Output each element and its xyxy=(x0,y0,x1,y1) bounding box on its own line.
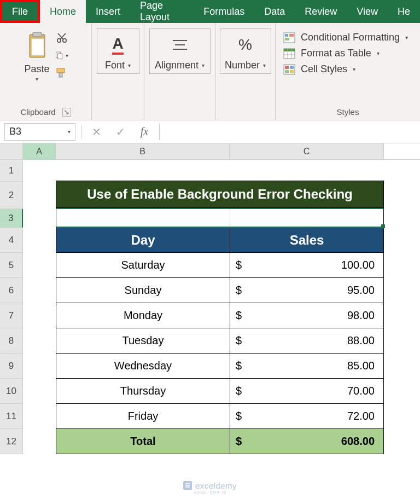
svg-rect-7 xyxy=(57,68,65,73)
row-headers: 1 2 3 4 5 6 7 8 9 10 11 12 xyxy=(0,160,23,454)
svg-rect-22 xyxy=(285,66,289,69)
tab-insert[interactable]: Insert xyxy=(86,0,130,23)
tab-home[interactable]: Home xyxy=(40,0,86,23)
fill-handle[interactable] xyxy=(381,224,385,228)
cancel-formula-button[interactable]: ✕ xyxy=(87,124,106,140)
chevron-down-icon: ▾ xyxy=(353,66,355,72)
paste-label: Paste xyxy=(24,63,49,75)
cond-format-icon xyxy=(283,32,295,43)
chevron-down-icon: ▾ xyxy=(202,62,205,68)
select-all-button[interactable] xyxy=(0,143,23,159)
group-alignment: Alignment▾ xyxy=(144,23,215,120)
dialog-launcher-icon[interactable]: ↘ xyxy=(62,108,71,117)
ribbon: Paste ▾ ▾ Clipboard ↘ A Font▾ xyxy=(0,23,420,120)
insert-function-button[interactable]: fx xyxy=(135,124,154,140)
spreadsheet-grid: A B C 1 2 3 4 5 6 7 8 9 10 11 12 Use of … xyxy=(0,143,420,454)
tab-data[interactable]: Data xyxy=(254,0,295,23)
format-as-table-button[interactable]: Format as Table ▾ xyxy=(283,48,412,59)
header-sales: Sales xyxy=(230,228,383,252)
table-row[interactable]: Sunday$95.00 xyxy=(56,278,384,303)
copy-button[interactable]: ▾ xyxy=(55,49,68,61)
tab-file[interactable]: File xyxy=(0,0,40,23)
selected-cell-b3[interactable] xyxy=(56,208,384,228)
svg-rect-24 xyxy=(285,70,289,73)
group-clipboard-label: Clipboard xyxy=(20,107,55,117)
group-clipboard: Paste ▾ ▾ Clipboard ↘ xyxy=(0,23,92,120)
group-number: % Number▾ xyxy=(215,23,276,120)
row-header[interactable]: 3 xyxy=(0,209,23,228)
chevron-down-icon: ▾ xyxy=(68,129,71,135)
svg-rect-23 xyxy=(290,66,294,69)
row-header[interactable]: 7 xyxy=(0,303,23,328)
tab-help-partial[interactable]: He xyxy=(388,0,420,23)
row-header[interactable]: 4 xyxy=(0,228,23,253)
svg-rect-2 xyxy=(32,39,44,55)
row-header[interactable]: 12 xyxy=(0,429,23,454)
chevron-down-icon: ▾ xyxy=(66,53,68,59)
table-total-row[interactable]: Total$608.00 xyxy=(56,429,384,454)
logo-icon xyxy=(183,481,192,491)
row-header[interactable]: 5 xyxy=(0,253,23,278)
cell-styles-icon xyxy=(283,64,295,75)
row-header[interactable]: 11 xyxy=(0,404,23,429)
tab-review[interactable]: Review xyxy=(295,0,347,23)
watermark: exceldemy EXCEL · DATA · BI xyxy=(0,481,420,494)
number-button[interactable]: % Number▾ xyxy=(220,28,271,74)
table-row[interactable]: Monday$98.00 xyxy=(56,303,384,328)
table-icon xyxy=(283,48,295,59)
row-header[interactable]: 9 xyxy=(0,354,23,379)
table-row[interactable]: Wednesday$85.00 xyxy=(56,354,384,379)
chevron-down-icon: ▾ xyxy=(263,62,266,68)
group-font: A Font▾ xyxy=(92,23,144,120)
percent-icon: % xyxy=(238,32,252,57)
chevron-down-icon: ▾ xyxy=(36,76,38,82)
svg-rect-14 xyxy=(289,34,294,37)
tab-formulas[interactable]: Formulas xyxy=(194,0,254,23)
row-header[interactable]: 10 xyxy=(0,379,23,404)
ribbon-tabs: File Home Insert Page Layout Formulas Da… xyxy=(0,0,420,23)
font-button[interactable]: A Font▾ xyxy=(97,28,139,74)
paste-button[interactable]: Paste ▾ xyxy=(23,28,50,82)
svg-rect-13 xyxy=(285,34,288,37)
table-title: Use of Enable Background Error Checking xyxy=(56,181,384,208)
col-header-a[interactable]: A xyxy=(23,143,56,159)
cell-styles-button[interactable]: Cell Styles ▾ xyxy=(283,63,412,75)
row-header[interactable]: 6 xyxy=(0,278,23,303)
row-header[interactable]: 1 xyxy=(0,160,23,182)
table-row[interactable]: Thursday$70.00 xyxy=(56,379,384,404)
alignment-icon xyxy=(172,32,188,57)
clipboard-icon xyxy=(25,28,50,62)
group-styles-label: Styles xyxy=(337,107,359,117)
svg-rect-25 xyxy=(290,70,294,73)
chevron-down-icon: ▾ xyxy=(377,50,380,56)
name-box[interactable]: B3 ▾ xyxy=(4,123,75,141)
group-styles: Conditional Formatting ▾ Format as Table… xyxy=(276,23,420,120)
formula-bar: B3 ▾ ✕ ✓ fx xyxy=(0,120,420,143)
table-row[interactable]: Saturday$100.00 xyxy=(56,253,384,278)
conditional-formatting-button[interactable]: Conditional Formatting ▾ xyxy=(283,32,412,43)
row-header[interactable]: 2 xyxy=(0,182,23,209)
font-icon: A xyxy=(112,32,123,57)
svg-rect-15 xyxy=(285,38,289,40)
col-header-c[interactable]: C xyxy=(230,143,384,159)
svg-rect-8 xyxy=(59,73,62,77)
format-painter-button[interactable] xyxy=(55,67,68,79)
cells-area[interactable]: Use of Enable Background Error Checking … xyxy=(23,160,420,454)
svg-rect-6 xyxy=(57,54,62,59)
chevron-down-icon: ▾ xyxy=(128,62,131,68)
svg-rect-1 xyxy=(33,32,42,37)
header-day: Day xyxy=(56,228,230,252)
tab-view[interactable]: View xyxy=(347,0,388,23)
col-header-b[interactable]: B xyxy=(56,143,230,159)
alignment-button[interactable]: Alignment▾ xyxy=(149,28,211,74)
table-row[interactable]: Friday$72.00 xyxy=(56,404,384,429)
table-row[interactable]: Tuesday$88.00 xyxy=(56,328,384,354)
chevron-down-icon: ▾ xyxy=(405,34,408,40)
cut-button[interactable] xyxy=(55,32,68,44)
row-header[interactable]: 8 xyxy=(0,328,23,354)
enter-formula-button[interactable]: ✓ xyxy=(111,124,130,140)
svg-rect-17 xyxy=(284,49,295,51)
tab-page-layout[interactable]: Page Layout xyxy=(130,0,194,23)
